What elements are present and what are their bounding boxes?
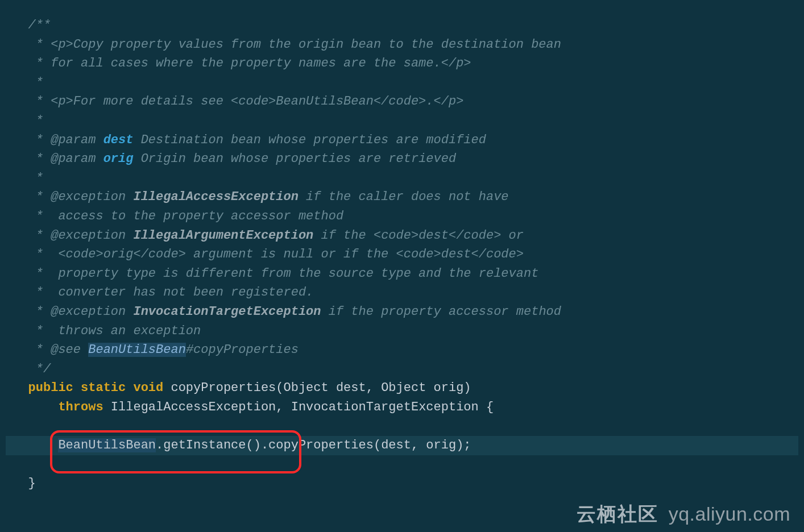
javadoc-line: * @see BeanUtilsBean#copyProperties	[6, 343, 299, 357]
watermark: 云栖社区 yq.aliyun.com	[577, 505, 790, 524]
javadoc-line: * for all cases where the property names…	[6, 56, 471, 70]
watermark-cn: 云栖社区	[577, 505, 658, 524]
code-editor[interactable]: /** * <p>Copy property values from the o…	[0, 0, 804, 499]
cursor-line[interactable]: BeanUtilsBean.getInstance().copyProperti…	[6, 436, 798, 455]
javadoc-line: * @exception InvocationTargetException i…	[6, 305, 561, 319]
javadoc-line: * <code>orig</code> argument is null or …	[6, 247, 524, 261]
javadoc-line: * @param orig Origin bean whose properti…	[6, 152, 456, 166]
code-line: throws IllegalAccessException, Invocatio…	[6, 400, 494, 414]
javadoc-line: * <p>For more details see <code>BeanUtil…	[6, 94, 463, 109]
javadoc-line: /**	[6, 18, 51, 32]
javadoc-line: *	[6, 114, 43, 128]
code-line: public static void copyProperties(Object…	[6, 381, 471, 395]
javadoc-line: * throws an exception	[6, 324, 201, 338]
javadoc-line: * @exception IllegalArgumentException if…	[6, 228, 524, 243]
javadoc-line: * converter has not been registered.	[6, 285, 313, 300]
javadoc-line: */	[6, 362, 51, 376]
javadoc-line: * @param dest Destination bean whose pro…	[6, 133, 486, 147]
selected-symbol[interactable]: BeanUtilsBean	[58, 438, 156, 452]
code-line: }	[6, 476, 36, 491]
javadoc-line: *	[6, 76, 43, 90]
javadoc-line: * property type is different from the so…	[6, 267, 538, 281]
javadoc-line: * @exception IllegalAccessException if t…	[6, 190, 509, 204]
watermark-en: yq.aliyun.com	[669, 505, 790, 524]
javadoc-line: * <p>Copy property values from the origi…	[6, 38, 561, 52]
javadoc-line: *	[6, 171, 43, 185]
javadoc-line: * access to the property accessor method	[6, 209, 343, 223]
